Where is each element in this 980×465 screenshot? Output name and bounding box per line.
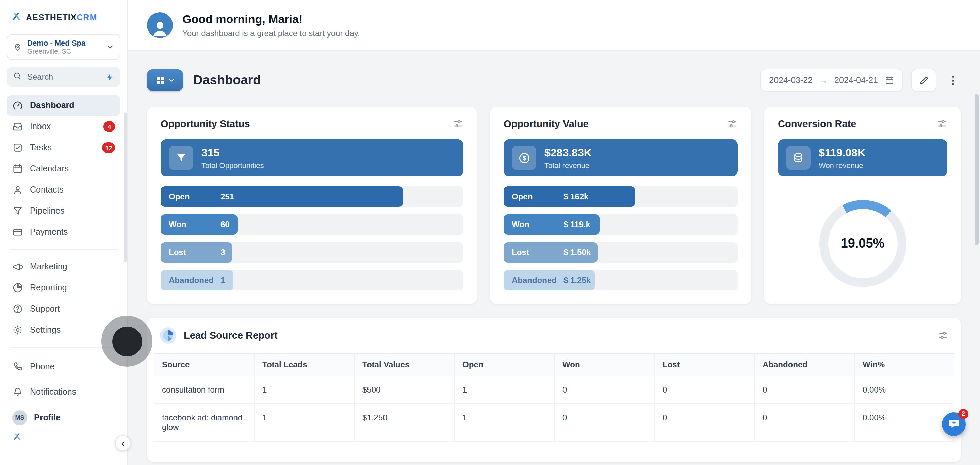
- bar-label: Won: [161, 220, 186, 229]
- location-selector[interactable]: Demo - Med Spa Greenville, SC: [7, 34, 121, 60]
- lead-source-table: Source Total Leads Total Values Open Won…: [154, 353, 954, 441]
- sidebar-divider: [10, 347, 118, 348]
- chevron-down-icon: [168, 77, 175, 84]
- arrow-right-icon: →: [819, 76, 827, 85]
- table-row[interactable]: consultation form 1 $500 1 0 0 0 0.00%: [154, 376, 954, 404]
- column-header[interactable]: Win%: [854, 354, 954, 376]
- sidebar-item-profile[interactable]: MS Profile: [7, 405, 121, 431]
- bar-value: 251: [221, 192, 234, 202]
- sidebar-item-marketing[interactable]: Marketing: [7, 257, 121, 277]
- sidebar-item-label: Payments: [30, 227, 68, 237]
- edit-dashboard-button[interactable]: [911, 69, 937, 92]
- cell-total-values: $1,250: [354, 404, 454, 441]
- column-header[interactable]: Total Values: [354, 354, 454, 376]
- lead-source-title: Lead Source Report: [184, 330, 278, 341]
- sidebar-item-phone[interactable]: Phone: [7, 354, 121, 379]
- credit-card-icon: [12, 227, 23, 237]
- card-title: Conversion Rate: [778, 118, 856, 129]
- coins-icon: [786, 146, 811, 170]
- chat-notification-badge: 2: [958, 408, 969, 419]
- sidebar-item-settings[interactable]: Settings: [7, 320, 121, 340]
- bar-label: Open: [504, 192, 533, 202]
- conversion-rate-card: Conversion Rate $119.08K Won revenue: [764, 107, 961, 304]
- chat-bubble-icon: [948, 418, 960, 430]
- bar-value: $ 119.k: [563, 220, 590, 229]
- sliders-icon[interactable]: [937, 118, 947, 129]
- map-pin-icon: [13, 42, 22, 52]
- bar-value: 3: [221, 248, 225, 257]
- location-texts: Demo - Med Spa Greenville, SC: [27, 39, 102, 55]
- conversion-donut-wrap: 19.05%: [778, 186, 947, 290]
- bar-label: Abandoned: [504, 276, 557, 285]
- sliders-icon[interactable]: [453, 118, 463, 129]
- greeting-header: Good morning, Maria! Your dashboard is a…: [128, 0, 980, 51]
- sidebar-item-contacts[interactable]: Contacts: [7, 179, 121, 200]
- total-banner: $ $283.83K Total revenue: [504, 140, 738, 176]
- bolt-icon: [105, 73, 115, 81]
- grid-icon: [156, 76, 165, 85]
- date-range-picker[interactable]: 2024-03-22 → 2024-04-21: [760, 69, 903, 92]
- dashboard-content: Dashboard 2024-03-22 → 2024-04-21: [128, 51, 980, 462]
- more-options-button[interactable]: [945, 69, 961, 92]
- sidebar-item-calendars[interactable]: Calendars: [7, 159, 121, 179]
- bar-value: $ 162k: [563, 192, 588, 202]
- inbox-icon: [12, 121, 23, 132]
- bar-label: Lost: [161, 248, 186, 257]
- value-bar-abandoned: Abandoned $ 1.25k: [504, 270, 738, 290]
- sidebar-item-dashboard[interactable]: Dashboard: [7, 95, 121, 116]
- table-header-row: Source Total Leads Total Values Open Won…: [154, 354, 954, 376]
- column-header[interactable]: Total Leads: [254, 354, 354, 376]
- page-title: Dashboard: [193, 73, 261, 88]
- cell-win-pct: 0.00%: [854, 376, 954, 404]
- sliders-icon[interactable]: [938, 330, 949, 341]
- kpi-cards-row: Opportunity Status 315 Total Opportuniti…: [147, 107, 961, 304]
- column-header[interactable]: Open: [454, 354, 554, 376]
- lead-source-header: Lead Source Report: [147, 318, 961, 353]
- dashboard-selector-button[interactable]: [147, 70, 183, 91]
- banner-texts: $283.83K Total revenue: [544, 147, 592, 169]
- cell-total-leads: 1: [254, 376, 354, 404]
- greeting-texts: Good morning, Maria! Your dashboard is a…: [182, 13, 360, 38]
- sidebar: AESTHETIXCRM Demo - Med Spa Greenville, …: [0, 0, 128, 465]
- column-header[interactable]: Won: [554, 354, 654, 376]
- value-bar-lost: Lost $ 1.50k: [504, 242, 738, 263]
- dollar-circle-icon: $: [512, 146, 536, 170]
- sidebar-item-label: Reporting: [30, 283, 67, 292]
- main-scrollbar[interactable]: [975, 94, 978, 245]
- chat-widget-button[interactable]: 2: [942, 412, 966, 436]
- table-row[interactable]: facebook ad: diamond glow 1 $1,250 1 0 0…: [154, 404, 954, 441]
- search-icon: [13, 71, 22, 83]
- gauge-icon: [12, 100, 23, 111]
- sidebar-scrollbar[interactable]: [124, 112, 126, 262]
- search-input[interactable]: Search: [7, 67, 121, 87]
- sidebar-collapse-button[interactable]: ‹: [115, 435, 130, 451]
- bar-label: Lost: [504, 248, 529, 257]
- sidebar-item-label: Notifications: [30, 387, 76, 397]
- cell-source: consultation form: [154, 376, 254, 404]
- column-header[interactable]: Lost: [654, 354, 754, 376]
- help-icon: [12, 303, 23, 314]
- funnel-icon: [12, 205, 23, 216]
- sidebar-item-pipelines[interactable]: Pipelines: [7, 201, 121, 221]
- sidebar-item-support[interactable]: Support: [7, 299, 121, 319]
- sliders-icon[interactable]: [727, 118, 738, 129]
- sidebar-item-label: Contacts: [30, 185, 64, 195]
- sidebar-item-inbox[interactable]: Inbox 4: [7, 116, 121, 137]
- sidebar-item-tasks[interactable]: Tasks 12: [7, 137, 121, 158]
- column-header[interactable]: Source: [154, 354, 254, 376]
- column-header[interactable]: Abandoned: [754, 354, 854, 376]
- total-value: $283.83K: [544, 147, 592, 159]
- sidebar-item-notifications[interactable]: Notifications: [7, 379, 121, 404]
- opportunity-value-card: Opportunity Value $ $283.83K Total reven…: [490, 107, 751, 304]
- sidebar-item-payments[interactable]: Payments: [7, 222, 121, 242]
- sidebar-divider: [10, 249, 118, 250]
- date-end: 2024-04-21: [834, 76, 878, 85]
- user-icon: [12, 184, 23, 195]
- cell-won: 0: [554, 376, 654, 404]
- cell-open: 1: [454, 376, 554, 404]
- brand-name: AESTHETIXCRM: [26, 13, 97, 22]
- total-label: Total revenue: [544, 161, 592, 169]
- cell-lost: 0: [654, 376, 754, 404]
- page-header: Dashboard 2024-03-22 → 2024-04-21: [147, 69, 961, 92]
- sidebar-item-reporting[interactable]: Reporting: [7, 278, 121, 298]
